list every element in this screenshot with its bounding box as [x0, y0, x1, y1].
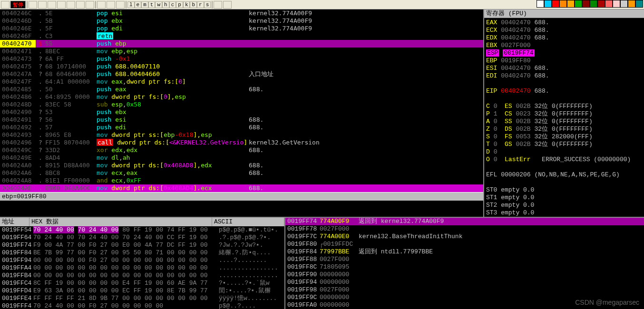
toolbar-btn[interactable] — [38, 1, 47, 9]
hex-row[interactable]: 0019FFA400 00 00 00 00 00 00 00 00 00 00… — [0, 264, 284, 272]
toolbar-btn[interactable] — [57, 1, 66, 9]
register-line[interactable]: ESP 0019FF74 — [486, 49, 642, 57]
toolbar-letter-p[interactable]: p — [176, 1, 183, 8]
disasm-row[interactable]: 0040246C.5Epop esikernel32.774A00F9 — [0, 10, 483, 17]
disasm-row[interactable]: 004024AE.890D D48A400mov dword ptr ds:[0… — [0, 184, 483, 192]
hex-row[interactable]: 0019FFF470 24 40 00 00 F0 27 00 00 00 00… — [0, 302, 284, 309]
register-line[interactable]: S 0 FS 0053 32位 282000(FFF) — [486, 133, 642, 141]
toolbar-btn[interactable] — [86, 1, 94, 9]
stack-row[interactable]: 0019FF8477997BBE返回到 ntdll.77997BBE — [285, 248, 644, 256]
disasm-row[interactable]: 004024A6.8BC8mov ecx,eax688. — [0, 169, 483, 177]
toolbar-letter-w[interactable]: w — [155, 1, 162, 8]
disasm-row[interactable]: 00402470$55push ebp — [0, 40, 483, 48]
disasm-row[interactable]: 004024A8.81E1 FF00000and ecx,0xFF — [0, 177, 483, 184]
hex-dump-pane[interactable]: 地址 HEX 数据 ASCII 0019FF5470 24 40 00 70 2… — [0, 218, 285, 309]
register-line[interactable]: ESI 00402470 688. — [486, 65, 642, 72]
register-line[interactable]: ST3 empty 0.0 — [486, 209, 642, 217]
register-line[interactable]: ST0 empty 0.0 — [486, 186, 642, 194]
disasm-row[interactable]: 00402496?FF15 8070400call dword ptr ds:[… — [0, 139, 483, 146]
register-line[interactable]: EBP 0019FF80 — [486, 57, 642, 65]
register-line[interactable]: ST2 empty 0.0 — [486, 202, 642, 209]
toolbar-color-btn[interactable] — [605, 0, 613, 8]
register-line[interactable]: C 0 ES 002B 32位 0(FFFFFFFF) — [486, 103, 642, 110]
hex-row[interactable]: 0019FF84BE 7B 99 77 00 F0 27 00 95 50 80… — [0, 249, 284, 257]
hex-row[interactable]: 0019FFD4E9 63 3A 06 00 00 00 00 EC FF 19… — [0, 287, 284, 295]
toolbar-color-btn[interactable] — [537, 0, 544, 8]
toolbar-color-btn[interactable] — [613, 0, 620, 8]
disasm-row[interactable]: 004024A0.8915 D88A400mov dword ptr ds:[0… — [0, 162, 483, 169]
toolbar-letter-m[interactable]: m — [141, 1, 148, 8]
toolbar-btn[interactable] — [48, 1, 56, 9]
register-line[interactable]: A 0 SS 002B 32位 0(FFFFFFFF) — [486, 118, 642, 126]
toolbar-btn[interactable] — [97, 1, 106, 9]
register-line[interactable]: T 0 GS 002B 32位 0(FFFFFFFF) — [486, 141, 642, 148]
register-line[interactable]: Z 0 DS 002B 32位 0(FFFFFFFF) — [486, 126, 642, 133]
toolbar-btn[interactable] — [223, 1, 232, 9]
disasm-row[interactable]: 00402485.50push eax688. — [0, 86, 483, 93]
disasm-row[interactable]: 00402475?68 10714000push 688.00407110 — [0, 63, 483, 70]
hex-row[interactable]: 0019FFC48C FF 19 00 00 00 00 00 E4 FF 19… — [0, 280, 284, 287]
toolbar-color-btn[interactable] — [620, 0, 628, 8]
register-line[interactable]: EDI 00402470 688. — [486, 72, 642, 80]
register-line[interactable]: ECX 00402470 688. — [486, 27, 642, 34]
register-line[interactable]: EFL 00000206 (NO,NB,NE,A,NS,PE,GE,G) — [486, 171, 642, 179]
register-line[interactable] — [486, 95, 642, 103]
registers-pane[interactable]: 寄存器 (FPU) EAX 00402470 688.ECX 00402470 … — [484, 10, 644, 217]
disasm-row[interactable]: 00402490?53push ebx — [0, 108, 483, 116]
stack-row[interactable]: 0019FF74774A00F9返回到 kernel32.774A00F9 — [285, 218, 644, 225]
register-line[interactable]: EAX 00402470 688. — [486, 19, 642, 27]
toolbar-letter-h[interactable]: h — [162, 1, 169, 8]
toolbar-letter-e[interactable]: e — [135, 1, 142, 8]
stack-row[interactable]: 0019FF880027F000 — [285, 256, 644, 263]
toolbar-btn[interactable] — [214, 1, 222, 9]
hex-row[interactable]: 0019FF5470 24 40 00 70 24 40 00 80 FF 19… — [0, 226, 284, 234]
disasm-row[interactable]: 0040247F.64:A1 000000mov eax,dword ptr f… — [0, 78, 483, 86]
disasm-row[interactable]: 00402486.64:8925 0000mov dword ptr fs:[0… — [0, 93, 483, 101]
stack-row[interactable]: 0019FF980027F000 — [285, 286, 644, 294]
toolbar-letter-c[interactable]: c — [169, 1, 176, 8]
toolbar-color-btn[interactable] — [575, 0, 582, 8]
disasm-row[interactable]: 0040249E.8AD4mov dl,ah — [0, 154, 483, 162]
hex-row[interactable]: 0019FF9400 00 00 00 00 F0 27 00 00 00 00… — [0, 257, 284, 264]
disasm-row[interactable]: 00402473?6A FFpush -0x1 — [0, 55, 483, 63]
disasm-row[interactable]: 00402492.57push edi688. — [0, 124, 483, 131]
toolbar-letter-b[interactable]: b — [190, 1, 197, 8]
toolbar-color-btn[interactable] — [552, 0, 559, 8]
disasm-row[interactable]: 0040246E.5Fpop edikernel32.774A00F9 — [0, 25, 483, 32]
disasm-row[interactable]: 0040248D.83EC 58sub esp,0x58 — [0, 101, 483, 108]
toolbar-color-btn[interactable] — [635, 0, 643, 8]
toolbar-letter-r[interactable]: r — [197, 1, 204, 8]
register-line[interactable] — [486, 179, 642, 186]
toolbar-btn[interactable] — [76, 1, 85, 9]
disasm-row[interactable]: 00402493.8965 E8mov dword ptr ss:[ebp-0x… — [0, 131, 483, 139]
register-line[interactable]: ST1 empty 0.0 — [486, 194, 642, 202]
stack-row[interactable]: 0019FF8C71805095 — [285, 263, 644, 271]
register-line[interactable]: O 0 LastErr ERROR_SUCCESS (00000000) — [486, 156, 642, 164]
toolbar-letter-s[interactable]: s — [204, 1, 211, 8]
register-line[interactable]: D 0 — [486, 148, 642, 156]
toolbar-color-btn[interactable] — [590, 0, 597, 8]
hex-row[interactable]: 0019FFB400 00 00 00 00 00 00 00 00 00 00… — [0, 272, 284, 280]
register-line[interactable]: EIP 00402470 688. — [486, 87, 642, 95]
toolbar-color-btn[interactable] — [597, 0, 605, 8]
register-line[interactable]: EDX 00402470 688. — [486, 34, 642, 42]
stack-row[interactable]: 0019FF9000000000 — [285, 271, 644, 279]
toolbar-letter-l[interactable]: l — [127, 1, 135, 8]
disasm-row[interactable]: 0040249C?33D2xor edx,edx688. — [0, 146, 483, 154]
disasm-row[interactable]: 0040247A?68 60464000push 688.00404660入口地… — [0, 70, 483, 78]
register-line[interactable]: EBX 0027F000 — [486, 42, 642, 49]
stack-row[interactable]: 0019FF780027F000 — [285, 225, 644, 233]
toolbar-color-btn[interactable] — [628, 0, 635, 8]
disasm-row[interactable]: 0040246F.C3retn — [0, 32, 483, 40]
stack-row[interactable]: 0019FF9400000000 — [285, 279, 644, 286]
disassembly-pane[interactable]: 0040246C.5Epop esikernel32.774A00F900402… — [0, 10, 484, 217]
disasm-row[interactable]: 0040246D.5Bpop ebxkernel32.774A00F9 — [0, 17, 483, 25]
toolbar-btn[interactable] — [67, 1, 75, 9]
toolbar-btn[interactable] — [107, 1, 115, 9]
register-line[interactable] — [486, 80, 642, 87]
stack-row[interactable]: 0019FF7C774A00E0kernel32.BaseThreadInitT… — [285, 233, 644, 241]
disasm-row[interactable]: 00402491?56push esi688. — [0, 116, 483, 124]
hex-row[interactable]: 0019FF74F9 00 4A 77 00 F0 27 00 E0 00 4A… — [0, 241, 284, 249]
stack-row[interactable]: 0019FF80┌0019FFDC — [285, 241, 644, 248]
toolbar-btn[interactable] — [1, 1, 10, 9]
